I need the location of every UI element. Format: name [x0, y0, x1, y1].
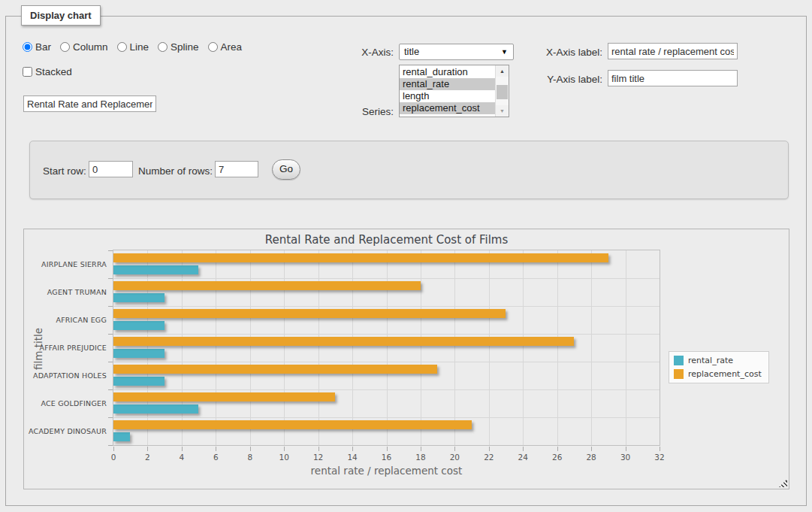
x-axis-tick-mark — [113, 447, 114, 451]
y-axis-label-field-label: Y-Axis label: — [539, 74, 602, 85]
scroll-down-icon[interactable]: ▼ — [496, 105, 509, 117]
x-axis-tick-label: 20 — [441, 453, 468, 462]
go-button[interactable]: Go — [272, 159, 300, 180]
chart-type-radio-column[interactable] — [60, 42, 70, 52]
chart-type-option-area[interactable]: Area — [208, 41, 243, 53]
x-axis-select-label: X-Axis: — [343, 47, 394, 58]
chart-legend: rental_ratereplacement_cost — [669, 351, 769, 383]
series-option-rental_rate[interactable]: rental_rate — [400, 78, 496, 90]
series-list-label: Series: — [356, 106, 394, 117]
y-axis-label-input[interactable] — [608, 70, 738, 86]
chart-bar-rental_rate — [113, 432, 130, 441]
chart-type-option-label: Spline — [171, 41, 199, 53]
x-axis-label-field-label: X-Axis label: — [539, 47, 602, 58]
chart-type-radio-group: BarColumnLineSplineArea — [23, 41, 242, 53]
x-axis-tick-mark — [352, 447, 353, 451]
chart-bar-replacement_cost — [113, 337, 574, 346]
chart-type-radio-spline[interactable] — [158, 42, 168, 52]
x-axis-tick-mark — [454, 447, 455, 451]
series-option-rental_duration[interactable]: rental_duration — [400, 66, 496, 78]
number-of-rows-label: Number of rows: — [138, 165, 213, 177]
chart-type-option-label: Bar — [35, 41, 51, 53]
x-axis-tick-label: 0 — [100, 453, 127, 462]
x-axis-tick-label: 4 — [168, 453, 195, 462]
chevron-down-icon: ▼ — [501, 44, 508, 60]
gridline-vertical — [489, 250, 490, 445]
x-axis-tick-label: 26 — [544, 453, 571, 462]
chart-bar-replacement_cost — [113, 281, 421, 290]
stacked-option[interactable]: Stacked — [23, 66, 72, 77]
chart-title: Rental Rate and Replacement Cost of Film… — [113, 233, 660, 247]
chart-type-option-bar[interactable]: Bar — [23, 41, 51, 53]
gridline-horizontal — [113, 334, 660, 335]
gridline-vertical — [250, 250, 251, 445]
listbox-scrollbar[interactable]: ▲ ▼ — [495, 65, 509, 117]
chart-type-radio-bar[interactable] — [23, 42, 32, 52]
chart-bar-replacement_cost — [113, 392, 335, 401]
gridline-vertical — [352, 250, 353, 445]
chart-bar-replacement_cost — [113, 253, 608, 262]
x-axis-tick-label: 30 — [612, 453, 639, 462]
chart-type-option-label: Area — [221, 41, 243, 53]
resize-handle-icon[interactable] — [779, 479, 787, 487]
x-axis-tick-label: 14 — [339, 453, 366, 462]
gridline-vertical — [387, 250, 388, 445]
legend-item-replacement_cost: replacement_cost — [674, 369, 762, 379]
legend-label: replacement_cost — [688, 369, 762, 379]
chart-type-radio-line[interactable] — [117, 42, 127, 52]
x-axis-tick-mark — [591, 447, 592, 451]
chart-bar-rental_rate — [113, 349, 165, 358]
chart-type-option-column[interactable]: Column — [60, 41, 108, 53]
y-axis-tick-mark — [108, 389, 113, 390]
chart-container: Rental Rate and Replacement Cost of Film… — [23, 229, 789, 489]
y-category-label: ACE GOLDFINGER — [24, 399, 107, 407]
x-axis-tick-mark — [147, 447, 148, 451]
x-axis-tick-label: 32 — [646, 453, 673, 462]
series-option-length[interactable]: length — [400, 90, 496, 102]
x-axis-select[interactable]: title ▼ — [399, 44, 514, 60]
gridline-vertical — [284, 250, 285, 445]
number-of-rows-input[interactable] — [215, 161, 258, 177]
y-category-label: AIRPLANE SIERRA — [24, 260, 107, 268]
scroll-up-icon[interactable]: ▲ — [496, 65, 509, 77]
legend-item-rental_rate: rental_rate — [674, 356, 762, 365]
x-axis-tick-label: 8 — [237, 453, 264, 462]
chart-bar-replacement_cost — [113, 420, 472, 429]
legend-label: rental_rate — [688, 356, 733, 365]
legend-swatch-icon — [674, 369, 684, 379]
chart-type-option-line[interactable]: Line — [117, 41, 149, 53]
x-axis-tick-mark — [284, 447, 285, 451]
row-range-panel: Start row: Number of rows: Go — [29, 141, 789, 199]
start-row-label: Start row: — [43, 165, 86, 177]
x-axis-tick-mark — [557, 447, 558, 451]
x-axis-tick-mark — [489, 447, 490, 451]
chart-title-input[interactable] — [23, 95, 156, 112]
x-axis-tick-label: 6 — [202, 453, 229, 462]
gridline-vertical — [591, 250, 592, 445]
x-axis-tick-label: 24 — [509, 453, 536, 462]
scrollbar-thumb[interactable] — [497, 85, 508, 99]
chart-type-option-spline[interactable]: Spline — [158, 41, 199, 53]
gridline-vertical — [318, 250, 319, 445]
series-option-replacement_cost[interactable]: replacement_cost — [400, 102, 496, 114]
x-axis-tick-label: 28 — [578, 453, 605, 462]
chart-bar-rental_rate — [113, 377, 165, 386]
x-axis-tick-mark — [626, 447, 626, 451]
y-axis-tick-mark — [108, 417, 113, 418]
x-axis-label-input[interactable] — [608, 43, 738, 59]
gridline-vertical — [557, 250, 558, 445]
start-row-input[interactable] — [89, 161, 133, 177]
stacked-label: Stacked — [35, 66, 72, 77]
stacked-row: Stacked — [23, 66, 72, 77]
chart-type-radio-area[interactable] — [208, 42, 218, 52]
chart-bar-replacement_cost — [113, 309, 506, 318]
gridline-vertical — [626, 250, 626, 445]
series-listbox[interactable]: rental_durationrental_ratelengthreplacem… — [399, 65, 509, 117]
chart-bar-rental_rate — [113, 293, 165, 302]
x-axis-tick-mark — [216, 447, 216, 451]
gridline-vertical — [147, 250, 148, 445]
stacked-checkbox[interactable] — [23, 67, 32, 77]
x-axis-tick-label: 16 — [373, 453, 400, 462]
y-axis-tick-mark — [108, 362, 113, 362]
x-axis-title: rental rate / replacement cost — [113, 465, 660, 477]
